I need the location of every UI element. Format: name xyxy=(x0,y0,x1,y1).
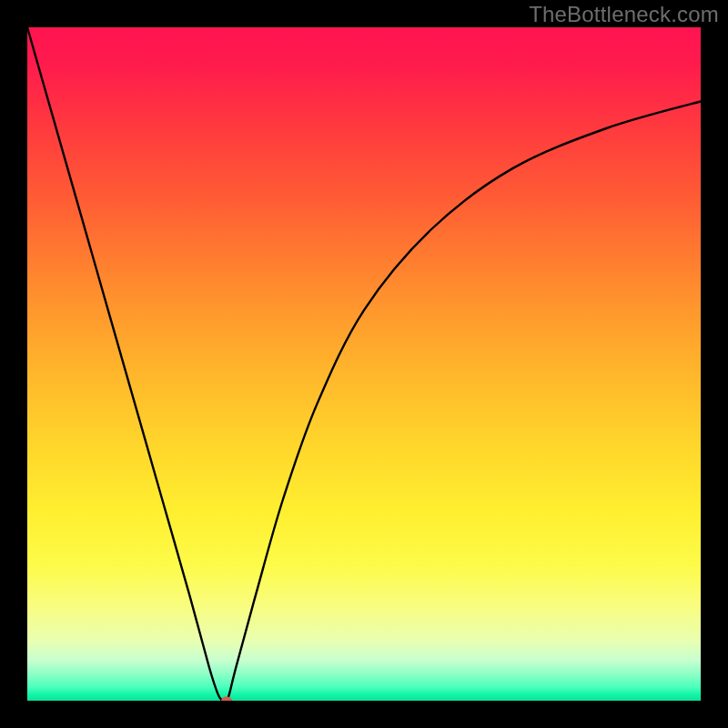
bottleneck-curve xyxy=(27,27,701,701)
watermark-text: TheBottleneck.com xyxy=(529,2,719,27)
curve-layer xyxy=(27,27,701,701)
optimum-marker xyxy=(221,697,232,702)
plot-area xyxy=(27,27,701,701)
chart-frame: TheBottleneck.com xyxy=(0,0,728,728)
